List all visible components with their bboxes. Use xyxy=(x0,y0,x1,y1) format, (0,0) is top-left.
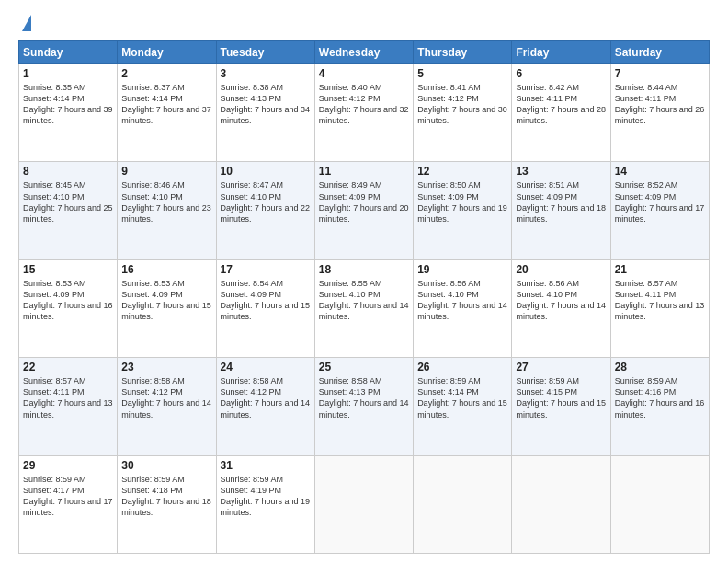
day-info: Sunrise: 8:38 AMSunset: 4:13 PMDaylight:… xyxy=(221,83,311,125)
calendar-table: SundayMondayTuesdayWednesdayThursdayFrid… xyxy=(18,40,710,554)
calendar-cell: 28Sunrise: 8:59 AMSunset: 4:16 PMDayligh… xyxy=(610,358,709,455)
day-number: 22 xyxy=(23,361,113,373)
week-row-3: 15Sunrise: 8:53 AMSunset: 4:09 PMDayligh… xyxy=(19,259,710,357)
day-info: Sunrise: 8:54 AMSunset: 4:09 PMDaylight:… xyxy=(221,279,311,321)
calendar-cell: 20Sunrise: 8:56 AMSunset: 4:10 PMDayligh… xyxy=(512,259,610,357)
calendar-cell: 6Sunrise: 8:42 AMSunset: 4:11 PMDaylight… xyxy=(512,64,610,162)
day-number: 6 xyxy=(516,67,606,80)
day-info: Sunrise: 8:44 AMSunset: 4:11 PMDaylight:… xyxy=(615,83,705,125)
day-info: Sunrise: 8:55 AMSunset: 4:10 PMDaylight:… xyxy=(319,279,409,321)
day-info: Sunrise: 8:59 AMSunset: 4:14 PMDaylight:… xyxy=(417,376,507,419)
calendar-cell: 15Sunrise: 8:53 AMSunset: 4:09 PMDayligh… xyxy=(19,259,118,357)
day-info: Sunrise: 8:47 AMSunset: 4:10 PMDaylight:… xyxy=(221,180,311,223)
calendar-cell: 14Sunrise: 8:52 AMSunset: 4:09 PMDayligh… xyxy=(610,162,709,259)
day-number: 17 xyxy=(221,263,311,276)
day-number: 4 xyxy=(319,67,409,80)
day-number: 12 xyxy=(417,165,507,178)
calendar-cell xyxy=(512,455,610,553)
calendar-cell: 3Sunrise: 8:38 AMSunset: 4:13 PMDaylight… xyxy=(216,64,314,162)
day-number: 29 xyxy=(23,459,113,472)
calendar-cell xyxy=(414,455,512,553)
day-info: Sunrise: 8:50 AMSunset: 4:09 PMDaylight:… xyxy=(417,180,507,223)
week-row-4: 22Sunrise: 8:57 AMSunset: 4:11 PMDayligh… xyxy=(19,358,710,455)
calendar-cell: 29Sunrise: 8:59 AMSunset: 4:17 PMDayligh… xyxy=(19,455,118,553)
calendar-cell: 31Sunrise: 8:59 AMSunset: 4:19 PMDayligh… xyxy=(216,455,314,553)
calendar-header-row: SundayMondayTuesdayWednesdayThursdayFrid… xyxy=(19,41,710,64)
header xyxy=(18,15,710,31)
day-number: 7 xyxy=(615,67,705,80)
day-info: Sunrise: 8:59 AMSunset: 4:16 PMDaylight:… xyxy=(615,376,705,419)
day-number: 11 xyxy=(319,165,409,178)
calendar-cell: 25Sunrise: 8:58 AMSunset: 4:13 PMDayligh… xyxy=(314,358,413,455)
day-info: Sunrise: 8:53 AMSunset: 4:09 PMDaylight:… xyxy=(23,279,113,321)
day-number: 5 xyxy=(417,67,507,80)
day-header-tuesday: Tuesday xyxy=(216,41,314,64)
day-header-monday: Monday xyxy=(118,41,216,64)
calendar-cell: 10Sunrise: 8:47 AMSunset: 4:10 PMDayligh… xyxy=(216,162,314,259)
calendar-cell: 2Sunrise: 8:37 AMSunset: 4:14 PMDaylight… xyxy=(118,64,216,162)
day-number: 2 xyxy=(121,67,211,80)
calendar-cell: 8Sunrise: 8:45 AMSunset: 4:10 PMDaylight… xyxy=(19,162,118,259)
calendar-cell xyxy=(314,455,413,553)
day-info: Sunrise: 8:46 AMSunset: 4:10 PMDaylight:… xyxy=(121,180,211,223)
day-number: 9 xyxy=(121,165,211,178)
logo xyxy=(18,15,31,31)
day-number: 24 xyxy=(221,361,311,373)
day-info: Sunrise: 8:42 AMSunset: 4:11 PMDaylight:… xyxy=(516,83,606,125)
day-header-thursday: Thursday xyxy=(414,41,512,64)
week-row-1: 1Sunrise: 8:35 AMSunset: 4:14 PMDaylight… xyxy=(19,64,710,162)
day-info: Sunrise: 8:41 AMSunset: 4:12 PMDaylight:… xyxy=(417,83,507,125)
calendar-cell: 17Sunrise: 8:54 AMSunset: 4:09 PMDayligh… xyxy=(216,259,314,357)
day-info: Sunrise: 8:59 AMSunset: 4:18 PMDaylight:… xyxy=(121,475,211,517)
day-number: 21 xyxy=(615,263,705,276)
calendar-cell: 1Sunrise: 8:35 AMSunset: 4:14 PMDaylight… xyxy=(19,64,118,162)
day-number: 15 xyxy=(23,263,113,276)
day-info: Sunrise: 8:57 AMSunset: 4:11 PMDaylight:… xyxy=(615,279,705,321)
calendar-cell: 5Sunrise: 8:41 AMSunset: 4:12 PMDaylight… xyxy=(414,64,512,162)
calendar-cell xyxy=(610,455,709,553)
calendar-cell: 24Sunrise: 8:58 AMSunset: 4:12 PMDayligh… xyxy=(216,358,314,455)
day-header-friday: Friday xyxy=(512,41,610,64)
day-number: 16 xyxy=(121,263,211,276)
calendar-cell: 13Sunrise: 8:51 AMSunset: 4:09 PMDayligh… xyxy=(512,162,610,259)
calendar-cell: 7Sunrise: 8:44 AMSunset: 4:11 PMDaylight… xyxy=(610,64,709,162)
day-header-sunday: Sunday xyxy=(19,41,118,64)
calendar-cell: 21Sunrise: 8:57 AMSunset: 4:11 PMDayligh… xyxy=(610,259,709,357)
day-number: 1 xyxy=(23,67,113,80)
calendar-cell: 12Sunrise: 8:50 AMSunset: 4:09 PMDayligh… xyxy=(414,162,512,259)
week-row-5: 29Sunrise: 8:59 AMSunset: 4:17 PMDayligh… xyxy=(19,455,710,553)
day-info: Sunrise: 8:53 AMSunset: 4:09 PMDaylight:… xyxy=(121,279,211,321)
day-info: Sunrise: 8:59 AMSunset: 4:19 PMDaylight:… xyxy=(221,475,311,517)
calendar-cell: 22Sunrise: 8:57 AMSunset: 4:11 PMDayligh… xyxy=(19,358,118,455)
calendar-cell: 11Sunrise: 8:49 AMSunset: 4:09 PMDayligh… xyxy=(314,162,413,259)
day-number: 20 xyxy=(516,263,606,276)
day-info: Sunrise: 8:35 AMSunset: 4:14 PMDaylight:… xyxy=(23,83,113,125)
calendar-cell: 4Sunrise: 8:40 AMSunset: 4:12 PMDaylight… xyxy=(314,64,413,162)
day-number: 23 xyxy=(121,361,211,373)
day-number: 30 xyxy=(121,459,211,472)
day-number: 27 xyxy=(516,361,606,373)
calendar-page: SundayMondayTuesdayWednesdayThursdayFrid… xyxy=(0,0,728,563)
calendar-cell: 23Sunrise: 8:58 AMSunset: 4:12 PMDayligh… xyxy=(118,358,216,455)
day-info: Sunrise: 8:58 AMSunset: 4:12 PMDaylight:… xyxy=(221,376,311,419)
calendar-cell: 9Sunrise: 8:46 AMSunset: 4:10 PMDaylight… xyxy=(118,162,216,259)
calendar-cell: 30Sunrise: 8:59 AMSunset: 4:18 PMDayligh… xyxy=(118,455,216,553)
week-row-2: 8Sunrise: 8:45 AMSunset: 4:10 PMDaylight… xyxy=(19,162,710,259)
day-info: Sunrise: 8:57 AMSunset: 4:11 PMDaylight:… xyxy=(23,376,113,419)
day-number: 31 xyxy=(221,459,311,472)
calendar-cell: 27Sunrise: 8:59 AMSunset: 4:15 PMDayligh… xyxy=(512,358,610,455)
day-info: Sunrise: 8:51 AMSunset: 4:09 PMDaylight:… xyxy=(516,180,606,223)
day-number: 3 xyxy=(221,67,311,80)
day-number: 28 xyxy=(615,361,705,373)
day-number: 25 xyxy=(319,361,409,373)
day-number: 10 xyxy=(221,165,311,178)
day-info: Sunrise: 8:58 AMSunset: 4:12 PMDaylight:… xyxy=(121,376,211,419)
calendar-cell: 26Sunrise: 8:59 AMSunset: 4:14 PMDayligh… xyxy=(414,358,512,455)
day-number: 13 xyxy=(516,165,606,178)
day-info: Sunrise: 8:58 AMSunset: 4:13 PMDaylight:… xyxy=(319,376,409,419)
logo-triangle-icon xyxy=(22,15,31,31)
day-info: Sunrise: 8:45 AMSunset: 4:10 PMDaylight:… xyxy=(23,180,113,223)
calendar-cell: 16Sunrise: 8:53 AMSunset: 4:09 PMDayligh… xyxy=(118,259,216,357)
day-number: 18 xyxy=(319,263,409,276)
calendar-cell: 19Sunrise: 8:56 AMSunset: 4:10 PMDayligh… xyxy=(414,259,512,357)
